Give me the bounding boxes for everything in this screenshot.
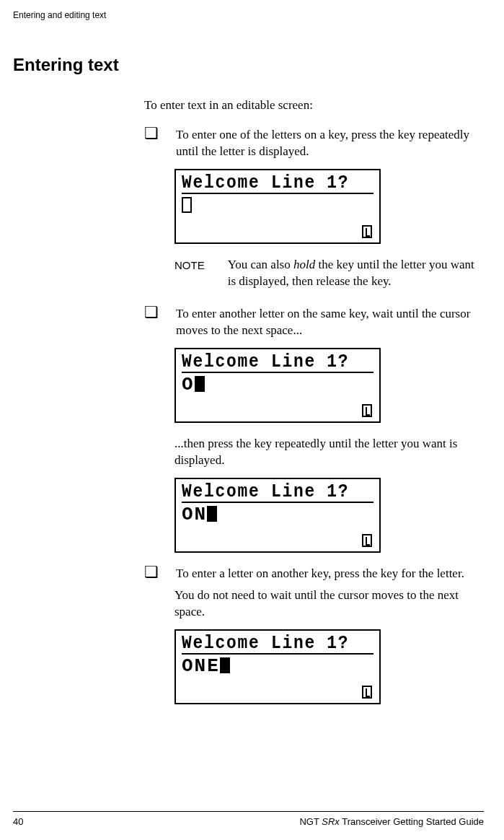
lcd-title: Welcome Line 1? bbox=[182, 352, 350, 371]
page-header: Entering and editing text bbox=[13, 10, 484, 20]
lcd-title: Welcome Line 1? bbox=[182, 634, 350, 652]
note-text-before: You can also bbox=[228, 258, 293, 271]
note-label: NOTE bbox=[174, 259, 205, 271]
page-number: 40 bbox=[13, 816, 23, 827]
lcd-corner-icon bbox=[362, 404, 372, 417]
lcd-screen-3: Welcome Line 1? ON bbox=[174, 478, 381, 553]
lcd-input-row: ONE bbox=[182, 657, 373, 675]
lcd-title: Welcome Line 1? bbox=[182, 173, 350, 192]
lcd-input-text: ONE bbox=[182, 657, 220, 675]
step-1-text: To enter one of the letters on a key, pr… bbox=[176, 127, 484, 160]
step-2-continuation: ...then press the key repeatedly until t… bbox=[174, 436, 484, 469]
lcd-corner-icon bbox=[362, 686, 372, 699]
section-title: Entering text bbox=[13, 55, 484, 75]
step-3-text2: You do not need to wait until the cursor… bbox=[174, 587, 484, 621]
lcd-corner-icon bbox=[362, 534, 372, 547]
note-block: NOTE You can also hold the key until the… bbox=[174, 257, 484, 290]
footer-title: NGT SRx Transceiver Getting Started Guid… bbox=[299, 816, 484, 827]
page-footer: 40 NGT SRx Transceiver Getting Started G… bbox=[13, 811, 484, 827]
step-2-text: To enter another letter on the same key,… bbox=[176, 306, 484, 339]
lcd-input-row bbox=[182, 196, 373, 213]
lcd-input-row: ON bbox=[182, 505, 373, 524]
lcd-title: Welcome Line 1? bbox=[182, 482, 350, 501]
step-1: ❏ To enter one of the letters on a key, … bbox=[144, 127, 484, 160]
lcd-corner-icon bbox=[362, 225, 372, 238]
step-3: ❏ To enter a letter on another key, pres… bbox=[144, 566, 484, 582]
lcd-input-text: O bbox=[182, 375, 195, 394]
footer-suffix: Transceiver Getting Started Guide bbox=[340, 816, 484, 827]
intro-text: To enter text in an editable screen: bbox=[144, 98, 484, 113]
checkbox-icon: ❏ bbox=[144, 126, 159, 141]
lcd-screen-4: Welcome Line 1? ONE bbox=[174, 629, 381, 704]
step-2: ❏ To enter another letter on the same ke… bbox=[144, 306, 484, 339]
cursor-filled-icon bbox=[195, 376, 205, 392]
note-text: You can also hold the key until the lett… bbox=[228, 257, 484, 290]
lcd-input-text: ON bbox=[182, 505, 207, 524]
lcd-input-row: O bbox=[182, 375, 373, 394]
checkbox-icon: ❏ bbox=[144, 305, 159, 320]
cursor-filled-icon bbox=[220, 657, 230, 673]
cursor-outline-icon bbox=[182, 197, 192, 213]
checkbox-icon: ❏ bbox=[144, 564, 159, 580]
footer-prefix: NGT bbox=[299, 816, 322, 827]
lcd-screen-2: Welcome Line 1? O bbox=[174, 348, 381, 423]
step-3-text: To enter a letter on another key, press … bbox=[176, 566, 484, 582]
footer-model: SRx bbox=[322, 816, 340, 827]
note-text-italic: hold bbox=[293, 258, 315, 271]
lcd-screen-1: Welcome Line 1? bbox=[174, 169, 381, 244]
cursor-filled-icon bbox=[207, 506, 217, 522]
content-area: To enter text in an editable screen: ❏ T… bbox=[144, 98, 484, 704]
